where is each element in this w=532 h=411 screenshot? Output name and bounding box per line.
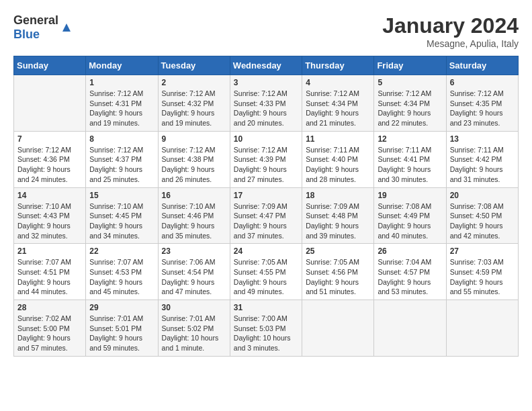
calendar-cell: 31Sunrise: 7:00 AM Sunset: 5:03 PM Dayli… bbox=[230, 300, 302, 357]
day-number: 4 bbox=[306, 78, 370, 87]
calendar-cell: 30Sunrise: 7:01 AM Sunset: 5:02 PM Dayli… bbox=[158, 300, 230, 357]
calendar-cell: 10Sunrise: 7:12 AM Sunset: 4:39 PM Dayli… bbox=[230, 131, 302, 187]
logo: General Blue bbox=[13, 13, 73, 42]
calendar-cell: 22Sunrise: 7:07 AM Sunset: 4:53 PM Dayli… bbox=[86, 244, 158, 300]
location: Mesagne, Apulia, Italy bbox=[382, 38, 519, 49]
header-row: SundayMondayTuesdayWednesdayThursdayFrid… bbox=[14, 56, 519, 75]
cell-content: Sunrise: 7:12 AM Sunset: 4:32 PM Dayligh… bbox=[162, 89, 226, 128]
week-row-5: 28Sunrise: 7:02 AM Sunset: 5:00 PM Dayli… bbox=[14, 300, 519, 357]
calendar-cell: 20Sunrise: 7:08 AM Sunset: 4:50 PM Dayli… bbox=[446, 187, 518, 244]
calendar-cell: 2Sunrise: 7:12 AM Sunset: 4:32 PM Daylig… bbox=[158, 75, 230, 132]
svg-marker-0 bbox=[62, 24, 71, 32]
day-number: 29 bbox=[89, 303, 154, 312]
logo-general: General bbox=[13, 13, 58, 27]
calendar-cell: 18Sunrise: 7:09 AM Sunset: 4:48 PM Dayli… bbox=[302, 187, 374, 244]
day-number: 25 bbox=[306, 246, 370, 256]
calendar-cell: 27Sunrise: 7:03 AM Sunset: 4:59 PM Dayli… bbox=[446, 244, 518, 300]
logo-icon bbox=[60, 21, 73, 34]
day-number: 19 bbox=[378, 191, 442, 200]
calendar-cell bbox=[14, 75, 86, 132]
day-number: 31 bbox=[234, 303, 298, 312]
calendar-cell: 4Sunrise: 7:12 AM Sunset: 4:34 PM Daylig… bbox=[302, 75, 374, 132]
day-number: 6 bbox=[450, 78, 515, 87]
calendar-cell: 17Sunrise: 7:09 AM Sunset: 4:47 PM Dayli… bbox=[230, 187, 302, 244]
day-number: 13 bbox=[450, 134, 515, 144]
day-number: 22 bbox=[89, 246, 154, 256]
cell-content: Sunrise: 7:12 AM Sunset: 4:37 PM Dayligh… bbox=[89, 145, 154, 185]
calendar-cell: 26Sunrise: 7:04 AM Sunset: 4:57 PM Dayli… bbox=[374, 244, 446, 300]
day-number: 14 bbox=[17, 191, 82, 200]
cell-content: Sunrise: 7:12 AM Sunset: 4:38 PM Dayligh… bbox=[162, 145, 226, 185]
calendar-cell: 13Sunrise: 7:11 AM Sunset: 4:42 PM Dayli… bbox=[446, 131, 518, 187]
logo-blue: Blue bbox=[13, 28, 40, 41]
cell-content: Sunrise: 7:07 AM Sunset: 4:51 PM Dayligh… bbox=[17, 257, 82, 297]
day-header-saturday: Saturday bbox=[446, 56, 518, 75]
day-number: 5 bbox=[378, 78, 442, 87]
day-number: 18 bbox=[306, 191, 370, 200]
day-number: 3 bbox=[234, 78, 298, 87]
cell-content: Sunrise: 7:08 AM Sunset: 4:49 PM Dayligh… bbox=[378, 201, 442, 241]
day-number: 16 bbox=[162, 191, 226, 200]
day-number: 2 bbox=[162, 78, 226, 87]
cell-content: Sunrise: 7:02 AM Sunset: 5:00 PM Dayligh… bbox=[17, 314, 82, 353]
week-row-4: 21Sunrise: 7:07 AM Sunset: 4:51 PM Dayli… bbox=[14, 244, 519, 300]
cell-content: Sunrise: 7:12 AM Sunset: 4:31 PM Dayligh… bbox=[89, 89, 154, 128]
day-number: 8 bbox=[89, 134, 154, 144]
calendar-cell: 16Sunrise: 7:10 AM Sunset: 4:46 PM Dayli… bbox=[158, 187, 230, 244]
calendar-cell: 7Sunrise: 7:12 AM Sunset: 4:36 PM Daylig… bbox=[14, 131, 86, 187]
cell-content: Sunrise: 7:00 AM Sunset: 5:03 PM Dayligh… bbox=[234, 314, 298, 353]
calendar-cell: 11Sunrise: 7:11 AM Sunset: 4:40 PM Dayli… bbox=[302, 131, 374, 187]
calendar-cell bbox=[446, 300, 518, 357]
cell-content: Sunrise: 7:01 AM Sunset: 5:01 PM Dayligh… bbox=[89, 314, 154, 353]
cell-content: Sunrise: 7:12 AM Sunset: 4:39 PM Dayligh… bbox=[234, 145, 298, 185]
calendar-cell: 9Sunrise: 7:12 AM Sunset: 4:38 PM Daylig… bbox=[158, 131, 230, 187]
day-number: 7 bbox=[17, 134, 82, 144]
day-header-sunday: Sunday bbox=[14, 56, 86, 75]
cell-content: Sunrise: 7:04 AM Sunset: 4:57 PM Dayligh… bbox=[378, 257, 442, 297]
day-number: 15 bbox=[89, 191, 154, 200]
month-year: January 2024 bbox=[382, 13, 519, 38]
cell-content: Sunrise: 7:09 AM Sunset: 4:47 PM Dayligh… bbox=[234, 201, 298, 241]
cell-content: Sunrise: 7:11 AM Sunset: 4:41 PM Dayligh… bbox=[378, 145, 442, 185]
calendar-cell: 29Sunrise: 7:01 AM Sunset: 5:01 PM Dayli… bbox=[86, 300, 158, 357]
cell-content: Sunrise: 7:12 AM Sunset: 4:36 PM Dayligh… bbox=[17, 145, 82, 185]
day-header-tuesday: Tuesday bbox=[158, 56, 230, 75]
week-row-3: 14Sunrise: 7:10 AM Sunset: 4:43 PM Dayli… bbox=[14, 187, 519, 244]
day-header-friday: Friday bbox=[374, 56, 446, 75]
cell-content: Sunrise: 7:09 AM Sunset: 4:48 PM Dayligh… bbox=[306, 201, 370, 241]
day-number: 30 bbox=[162, 303, 226, 312]
calendar-cell: 15Sunrise: 7:10 AM Sunset: 4:45 PM Dayli… bbox=[86, 187, 158, 244]
day-number: 9 bbox=[162, 134, 226, 144]
calendar-table: SundayMondayTuesdayWednesdayThursdayFrid… bbox=[13, 56, 519, 357]
day-number: 20 bbox=[450, 191, 515, 200]
day-number: 11 bbox=[306, 134, 370, 144]
calendar-cell bbox=[374, 300, 446, 357]
day-number: 10 bbox=[234, 134, 298, 144]
cell-content: Sunrise: 7:05 AM Sunset: 4:56 PM Dayligh… bbox=[306, 257, 370, 297]
day-header-wednesday: Wednesday bbox=[230, 56, 302, 75]
day-number: 27 bbox=[450, 246, 515, 256]
day-header-thursday: Thursday bbox=[302, 56, 374, 75]
cell-content: Sunrise: 7:01 AM Sunset: 5:02 PM Dayligh… bbox=[162, 314, 226, 353]
cell-content: Sunrise: 7:08 AM Sunset: 4:50 PM Dayligh… bbox=[450, 201, 515, 241]
calendar-cell: 19Sunrise: 7:08 AM Sunset: 4:49 PM Dayli… bbox=[374, 187, 446, 244]
day-number: 24 bbox=[234, 246, 298, 256]
cell-content: Sunrise: 7:12 AM Sunset: 4:34 PM Dayligh… bbox=[306, 89, 370, 128]
day-number: 23 bbox=[162, 246, 226, 256]
cell-content: Sunrise: 7:12 AM Sunset: 4:35 PM Dayligh… bbox=[450, 89, 515, 128]
calendar-cell: 1Sunrise: 7:12 AM Sunset: 4:31 PM Daylig… bbox=[86, 75, 158, 132]
day-number: 1 bbox=[89, 78, 154, 87]
cell-content: Sunrise: 7:10 AM Sunset: 4:46 PM Dayligh… bbox=[162, 201, 226, 241]
calendar-cell: 24Sunrise: 7:05 AM Sunset: 4:55 PM Dayli… bbox=[230, 244, 302, 300]
cell-content: Sunrise: 7:12 AM Sunset: 4:34 PM Dayligh… bbox=[378, 89, 442, 128]
calendar-cell: 21Sunrise: 7:07 AM Sunset: 4:51 PM Dayli… bbox=[14, 244, 86, 300]
calendar-cell: 23Sunrise: 7:06 AM Sunset: 4:54 PM Dayli… bbox=[158, 244, 230, 300]
day-number: 17 bbox=[234, 191, 298, 200]
cell-content: Sunrise: 7:03 AM Sunset: 4:59 PM Dayligh… bbox=[450, 257, 515, 297]
calendar-cell: 3Sunrise: 7:12 AM Sunset: 4:33 PM Daylig… bbox=[230, 75, 302, 132]
week-row-2: 7Sunrise: 7:12 AM Sunset: 4:36 PM Daylig… bbox=[14, 131, 519, 187]
cell-content: Sunrise: 7:10 AM Sunset: 4:45 PM Dayligh… bbox=[89, 201, 154, 241]
cell-content: Sunrise: 7:12 AM Sunset: 4:33 PM Dayligh… bbox=[234, 89, 298, 128]
day-number: 12 bbox=[378, 134, 442, 144]
calendar-cell bbox=[302, 300, 374, 357]
